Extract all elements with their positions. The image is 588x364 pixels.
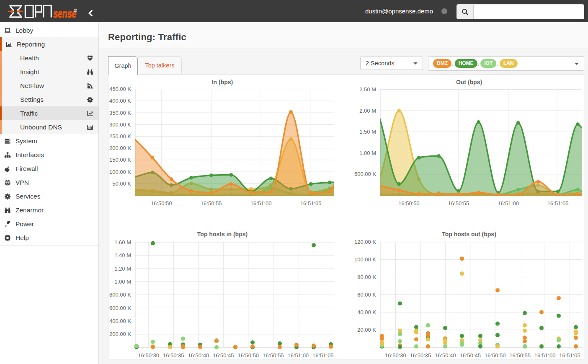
svg-text:200.00 K: 200.00 K [109, 331, 131, 337]
svg-text:16:50:55: 16:50:55 [201, 200, 222, 207]
svg-text:2.50 M: 2.50 M [359, 86, 376, 93]
svg-text:1.20 M: 1.20 M [114, 266, 131, 272]
svg-text:16:50:45: 16:50:45 [459, 352, 481, 359]
svg-text:200.00 K: 200.00 K [109, 145, 131, 151]
svg-text:16:51:00: 16:51:00 [250, 200, 272, 207]
svg-text:120.00 K: 120.00 K [354, 239, 376, 245]
svg-text:16:51:05: 16:51:05 [312, 352, 334, 359]
svg-text:350.00 K: 350.00 K [109, 110, 131, 116]
svg-text:16:51:05: 16:51:05 [559, 352, 580, 359]
svg-text:450.00 K: 450.00 K [109, 86, 131, 92]
svg-text:150.00 K: 150.00 K [109, 157, 131, 163]
svg-text:16:50:35: 16:50:35 [410, 352, 431, 359]
svg-text:100.00 K: 100.00 K [109, 169, 131, 175]
svg-text:20.00 K: 20.00 K [357, 327, 376, 333]
svg-text:500.00 K: 500.00 K [354, 171, 376, 177]
svg-text:16:50:55: 16:50:55 [509, 352, 531, 359]
svg-text:16:51:00: 16:51:00 [534, 352, 556, 359]
svg-text:16:51:00: 16:51:00 [287, 352, 309, 359]
svg-text:16:50:55: 16:50:55 [263, 352, 284, 359]
svg-text:16:50:40: 16:50:40 [188, 352, 209, 359]
svg-text:1.50 M: 1.50 M [359, 129, 376, 135]
svg-text:16:50:35: 16:50:35 [163, 352, 184, 359]
svg-text:800.00 K: 800.00 K [109, 292, 131, 298]
svg-text:16:50:30: 16:50:30 [385, 352, 406, 359]
svg-text:1.60 M: 1.60 M [114, 239, 131, 245]
svg-text:Out (bps): Out (bps) [456, 79, 482, 85]
svg-text:1.00 M: 1.00 M [359, 150, 376, 156]
svg-text:16:50:40: 16:50:40 [435, 352, 456, 359]
svg-text:1.00 M: 1.00 M [114, 279, 131, 285]
svg-text:250.00 K: 250.00 K [109, 133, 131, 139]
svg-text:80.00 K: 80.00 K [357, 274, 376, 280]
svg-text:16:50:30: 16:50:30 [138, 352, 159, 359]
svg-text:2.00 M: 2.00 M [359, 108, 376, 114]
svg-text:40.00 K: 40.00 K [357, 309, 376, 315]
svg-text:In (bps): In (bps) [212, 79, 233, 85]
svg-text:600.00 K: 600.00 K [109, 305, 131, 311]
svg-text:16:50:45: 16:50:45 [213, 352, 234, 359]
svg-text:1.40 M: 1.40 M [114, 252, 131, 258]
svg-text:16:50:50: 16:50:50 [151, 200, 172, 207]
svg-text:300.00 K: 300.00 K [109, 121, 131, 128]
svg-text:16:50:50: 16:50:50 [485, 352, 506, 359]
svg-text:16:50:55: 16:50:55 [448, 200, 469, 207]
svg-text:Top hosts in (bps): Top hosts in (bps) [197, 231, 248, 238]
svg-text:50.00 K: 50.00 K [112, 181, 131, 187]
svg-text:16:50:50: 16:50:50 [237, 352, 259, 359]
svg-text:100.00 K: 100.00 K [354, 256, 376, 263]
svg-text:60.00 K: 60.00 K [357, 292, 376, 298]
svg-text:Top hosts out (bps): Top hosts out (bps) [442, 231, 496, 238]
svg-text:16:51:05: 16:51:05 [300, 200, 322, 207]
svg-text:400.00 K: 400.00 K [109, 318, 131, 324]
svg-text:16:50:50: 16:50:50 [398, 200, 420, 207]
svg-text:16:51:00: 16:51:00 [498, 200, 519, 207]
svg-text:16:51:05: 16:51:05 [547, 200, 569, 207]
svg-text:400.00 K: 400.00 K [109, 98, 131, 104]
